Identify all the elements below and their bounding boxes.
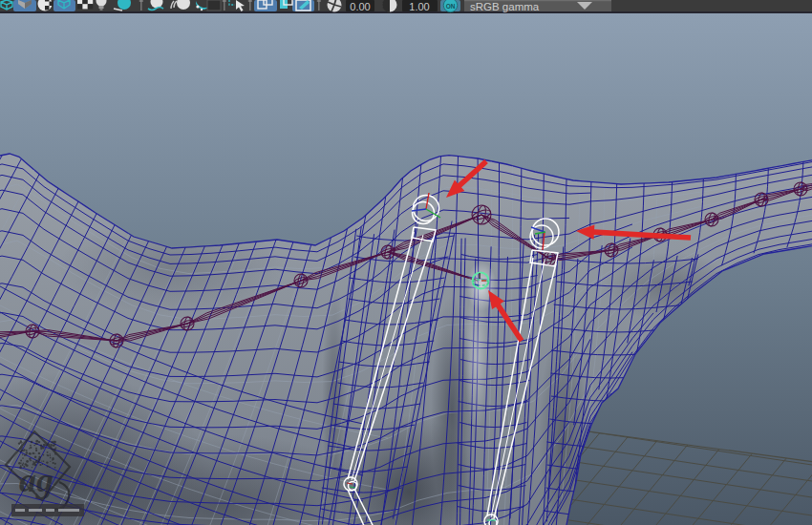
svg-text:ag: ag: [19, 461, 53, 499]
svg-text:sRGB gamma: sRGB gamma: [470, 1, 540, 12]
svg-text:ON: ON: [446, 3, 456, 10]
svg-text:0.00: 0.00: [350, 1, 370, 12]
svg-text:1.00: 1.00: [409, 1, 429, 12]
